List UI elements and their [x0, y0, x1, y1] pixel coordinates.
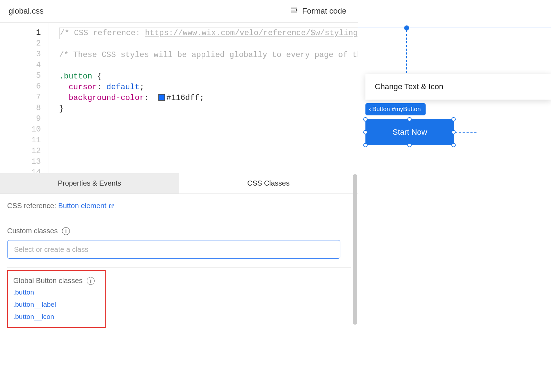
external-link-icon: [109, 202, 114, 211]
line-gutter: 1 2 3 4 5 6 7 8 9 10 11 12 13 14: [0, 23, 48, 173]
global-class-link[interactable]: .button__icon: [13, 313, 100, 321]
bottom-panel: Properties & Events CSS Classes CSS refe…: [0, 173, 358, 392]
css-reference-link[interactable]: Button element: [58, 202, 114, 210]
code-content[interactable]: /* CSS reference: https://www.wix.com/ve…: [48, 23, 358, 173]
global-classes-label: Global Button classes i: [13, 277, 100, 285]
ruler: [358, 28, 551, 28]
scrollbar-thumb[interactable]: [353, 174, 357, 325]
format-icon: [290, 6, 298, 16]
custom-classes-label: Custom classes i: [7, 227, 351, 235]
info-icon[interactable]: i: [62, 227, 70, 235]
resize-handle[interactable]: [451, 143, 456, 147]
tab-properties-events[interactable]: Properties & Events: [0, 173, 179, 193]
tab-css-classes[interactable]: CSS Classes: [179, 173, 358, 193]
resize-handle[interactable]: [363, 117, 368, 121]
chevron-left-icon: ‹: [369, 106, 371, 113]
panel-tabs: Properties & Events CSS Classes: [0, 173, 358, 194]
global-class-link[interactable]: .button__label: [13, 301, 100, 309]
css-reference-row: CSS reference: Button element: [7, 202, 351, 218]
resize-handle[interactable]: [407, 143, 412, 147]
resize-handle[interactable]: [451, 117, 456, 121]
resize-handle[interactable]: [363, 143, 368, 147]
cursor-caret: /* CSS reference: https://www.wix.com/ve…: [59, 28, 358, 39]
resize-handle[interactable]: [363, 130, 368, 134]
code-editor[interactable]: 1 2 3 4 5 6 7 8 9 10 11 12 13 14 /* CSS …: [0, 23, 358, 173]
change-text-icon-popup[interactable]: Change Text & Icon: [365, 74, 551, 100]
editor-topbar: global.css Format code: [0, 0, 358, 23]
element-breadcrumb[interactable]: ‹ Button #myButton: [365, 103, 426, 115]
color-swatch[interactable]: [158, 94, 165, 101]
file-title: global.css: [9, 6, 44, 16]
global-classes-highlight: Global Button classes i .button .button_…: [7, 270, 106, 328]
alignment-guide-horizontal: [455, 132, 476, 133]
alignment-guide-vertical: [406, 30, 407, 73]
info-icon[interactable]: i: [87, 277, 95, 285]
resize-handle[interactable]: [407, 117, 412, 121]
ruler-handle[interactable]: [404, 25, 409, 30]
global-class-link[interactable]: .button: [13, 288, 100, 296]
preview-canvas[interactable]: Change Text & Icon ‹ Button #myButton St…: [358, 0, 551, 392]
custom-class-input[interactable]: [7, 240, 340, 259]
selected-button-element[interactable]: Start Now: [365, 119, 454, 145]
format-code-button[interactable]: Format code: [280, 0, 350, 22]
format-code-label: Format code: [302, 6, 347, 16]
global-classes-list: .button .button__label .button__icon: [13, 288, 100, 321]
